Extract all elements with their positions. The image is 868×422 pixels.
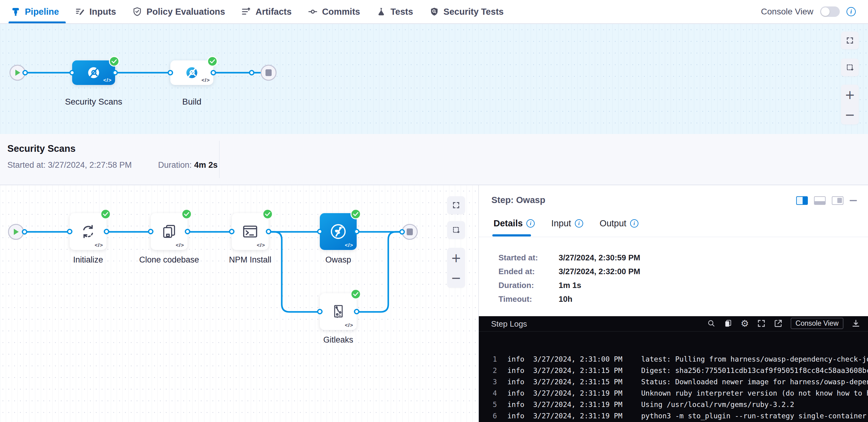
code-icon: </> bbox=[176, 242, 184, 249]
log-line: 4info3/27/2024, 2:31:19 PMUnknown ruby i… bbox=[486, 388, 868, 399]
detail-label: Ended at: bbox=[498, 267, 559, 276]
info-icon[interactable]: i bbox=[575, 219, 583, 228]
stage-marquee-select-button[interactable] bbox=[841, 59, 859, 76]
clone-codebase-icon bbox=[160, 223, 178, 240]
log-message: Status: Downloaded newer image for harne… bbox=[641, 376, 868, 388]
fullscreen-icon[interactable] bbox=[757, 319, 766, 328]
zoom-out-button[interactable]: − bbox=[451, 272, 461, 284]
tab-label: Commits bbox=[322, 7, 360, 17]
step-graph-canvas[interactable]: </> Initialize </> bbox=[0, 185, 478, 422]
log-line-number: 1 bbox=[486, 354, 497, 365]
stage-node-security-scans[interactable]: </> Security Scans bbox=[72, 60, 115, 85]
success-check-icon bbox=[100, 209, 111, 219]
connector-port bbox=[211, 70, 216, 75]
step-card[interactable]: </> bbox=[151, 213, 188, 250]
settings-gear-icon[interactable]: ⚙ bbox=[741, 319, 749, 328]
stage-connectors bbox=[0, 24, 868, 134]
terminal-icon bbox=[242, 223, 259, 240]
step-node-clone-codebase[interactable]: </> Clone codebase bbox=[151, 213, 188, 250]
tab-label: Input bbox=[551, 218, 571, 228]
toggle-knob bbox=[821, 7, 830, 16]
log-timestamp: 3/27/2024, 2:31:19 PM bbox=[533, 388, 641, 399]
connector-port bbox=[148, 229, 153, 234]
tab-security-tests[interactable]: Security Tests bbox=[429, 0, 504, 23]
step-card[interactable]: </> bbox=[320, 213, 356, 250]
log-level: info bbox=[507, 388, 530, 399]
stage-node-build[interactable]: </> Build bbox=[170, 60, 213, 85]
success-check-icon bbox=[350, 209, 361, 219]
step-panel-title: Step: Owasp bbox=[491, 195, 546, 205]
step-node-npm-install[interactable]: </> NPM Install bbox=[232, 213, 269, 250]
tab-policy-evaluations[interactable]: Policy Evaluations bbox=[132, 0, 225, 23]
divider bbox=[479, 237, 868, 237]
build-ci-icon bbox=[184, 65, 200, 80]
layout-right-panel-icon[interactable] bbox=[796, 196, 808, 205]
detail-row: Timeout: 10h bbox=[498, 292, 640, 306]
code-icon: </> bbox=[345, 322, 353, 328]
tab-label: Inputs bbox=[89, 7, 116, 17]
step-details-panel: Step: Owasp Details i Input i Output i bbox=[478, 185, 868, 422]
stage-card[interactable]: </> bbox=[72, 60, 115, 85]
minimize-panel-icon[interactable] bbox=[849, 200, 857, 201]
log-timestamp: 3/27/2024, 2:31:00 PM bbox=[533, 354, 641, 365]
tab-input[interactable]: Input i bbox=[551, 218, 583, 228]
log-level: info bbox=[507, 376, 530, 388]
layout-floating-panel-icon[interactable] bbox=[832, 196, 843, 205]
stage-graph-canvas[interactable]: </> Security Scans </> bbox=[0, 24, 868, 134]
panel-layout-controls bbox=[796, 196, 857, 205]
step-card[interactable]: </> bbox=[70, 213, 106, 250]
code-icon: </> bbox=[95, 242, 103, 249]
flask-icon bbox=[376, 6, 386, 17]
tab-output[interactable]: Output i bbox=[600, 218, 639, 228]
stage-end-node bbox=[260, 65, 277, 80]
layout-bottom-panel-icon[interactable] bbox=[814, 196, 826, 205]
connector-port bbox=[22, 229, 27, 235]
stage-info-title: Security Scans bbox=[7, 143, 75, 154]
stage-fullscreen-button[interactable] bbox=[841, 32, 859, 50]
zoom-in-button[interactable]: + bbox=[451, 252, 461, 264]
copy-icon[interactable] bbox=[724, 319, 733, 328]
connector-port bbox=[104, 229, 109, 234]
gitleaks-icon bbox=[330, 303, 347, 320]
zoom-in-button[interactable]: + bbox=[845, 89, 855, 101]
console-view-toggle[interactable] bbox=[820, 6, 840, 17]
connector-port bbox=[317, 229, 322, 234]
info-icon[interactable]: i bbox=[630, 219, 639, 228]
stage-card[interactable]: </> bbox=[170, 60, 213, 85]
step-node-gitleaks[interactable]: </> Gitleaks bbox=[320, 293, 356, 330]
connector-port bbox=[69, 70, 75, 75]
success-check-icon bbox=[262, 209, 273, 219]
code-icon: </> bbox=[345, 242, 353, 249]
step-node-owasp[interactable]: </> Owasp bbox=[320, 213, 356, 250]
tab-details[interactable]: Details i bbox=[494, 218, 535, 228]
console-view-button[interactable]: Console View bbox=[790, 318, 843, 329]
zoom-out-button[interactable]: − bbox=[845, 108, 855, 121]
open-external-icon[interactable] bbox=[774, 319, 783, 328]
active-tab-indicator bbox=[492, 234, 531, 236]
code-icon: </> bbox=[103, 77, 112, 84]
step-details-list: Started at: 3/27/2024, 2:30:59 PM Ended … bbox=[498, 251, 640, 306]
tab-pipeline[interactable]: Pipeline bbox=[10, 0, 59, 23]
info-icon[interactable]: i bbox=[846, 7, 856, 16]
step-fullscreen-button[interactable] bbox=[447, 196, 465, 214]
step-card[interactable]: </> bbox=[320, 293, 356, 330]
step-node-initialize[interactable]: </> Initialize bbox=[70, 213, 106, 250]
log-timestamp: 3/27/2024, 2:31:19 PM bbox=[533, 399, 641, 410]
search-icon[interactable] bbox=[707, 319, 716, 328]
log-line: 1info3/27/2024, 2:31:00 PMlatest: Pullin… bbox=[486, 354, 868, 365]
download-icon[interactable] bbox=[851, 319, 860, 328]
log-timestamp: 3/27/2024, 2:31:15 PM bbox=[533, 365, 641, 376]
log-message: Unknown ruby interpreter version (do not… bbox=[641, 388, 868, 399]
step-panel-tabs: Details i Input i Output i bbox=[494, 218, 639, 228]
info-icon[interactable]: i bbox=[526, 219, 535, 228]
tab-tests[interactable]: Tests bbox=[376, 0, 413, 23]
tab-artifacts[interactable]: Artifacts bbox=[241, 0, 291, 23]
tab-commits[interactable]: Commits bbox=[308, 0, 360, 23]
divider bbox=[219, 141, 219, 178]
duration-label: Duration: bbox=[158, 160, 192, 170]
tab-inputs[interactable]: Inputs bbox=[75, 0, 116, 23]
log-level: info bbox=[507, 354, 530, 365]
step-marquee-select-button[interactable] bbox=[447, 221, 465, 239]
step-card[interactable]: </> bbox=[232, 213, 269, 250]
log-level: info bbox=[507, 399, 530, 410]
